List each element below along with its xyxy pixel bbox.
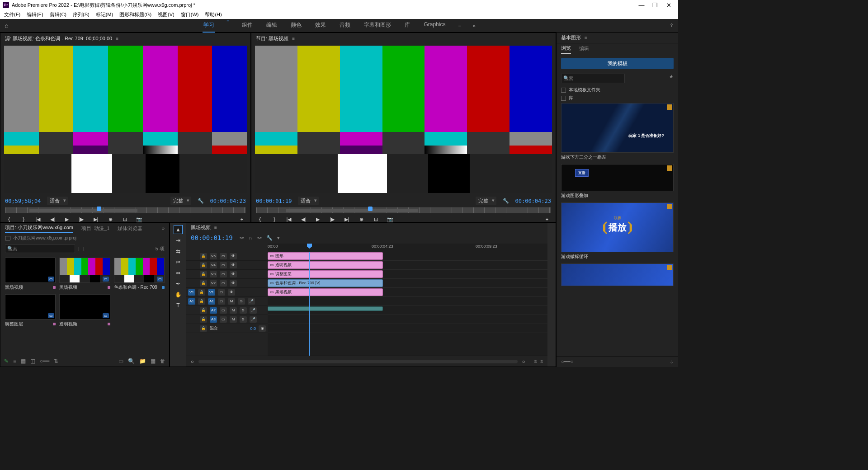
track-id[interactable]: A1 bbox=[208, 298, 215, 305]
solo-toggle[interactable]: S bbox=[238, 298, 245, 305]
eg-filter-checkbox[interactable]: 库 bbox=[561, 95, 674, 101]
workspace-more-icon[interactable]: » bbox=[473, 23, 476, 28]
voice-icon[interactable]: 🎤 bbox=[248, 298, 255, 305]
timeline-clip[interactable] bbox=[268, 306, 383, 311]
eg-subtab[interactable]: 浏览 bbox=[561, 45, 571, 54]
visibility-toggle[interactable]: 👁 bbox=[228, 289, 235, 296]
eg-template-item[interactable]: 直播游戏图形叠加 bbox=[561, 164, 674, 199]
favorite-filter-icon[interactable]: ★ bbox=[669, 74, 674, 83]
sync-toggle[interactable]: ▭ bbox=[220, 253, 227, 259]
hand-tool[interactable]: ✋ bbox=[174, 291, 182, 299]
project-clip[interactable]: ▭黑场视频 bbox=[59, 258, 110, 291]
new-item-icon[interactable]: ✎ bbox=[4, 358, 9, 364]
panel-menu-icon[interactable]: ≡ bbox=[116, 36, 118, 41]
settings-icon[interactable]: 🔧 bbox=[503, 198, 509, 204]
lock-toggle[interactable]: 🔒 bbox=[198, 289, 205, 296]
selection-tool[interactable]: ▲ bbox=[174, 226, 182, 234]
list-view-icon[interactable]: ≡ bbox=[13, 358, 16, 364]
eg-template-item[interactable]: 玩家 1 是否准备好?游戏下方三分之一靠左 bbox=[561, 103, 674, 160]
timeline-clip[interactable]: ▭ 色条和色调 - Rec 709 [V] bbox=[268, 279, 383, 287]
bin-icon[interactable] bbox=[5, 236, 10, 240]
voice-icon[interactable]: 🎤 bbox=[250, 316, 257, 323]
sync-toggle[interactable]: ▭ bbox=[220, 307, 227, 314]
voice-icon[interactable]: 🎤 bbox=[250, 307, 257, 314]
mix-track-header[interactable]: 🔒混合0.0◉ bbox=[186, 324, 268, 333]
program-res-select[interactable]: 完整 bbox=[476, 197, 496, 205]
bin-filter-icon[interactable] bbox=[79, 247, 84, 251]
workspace-tab[interactable]: 库 bbox=[404, 19, 411, 33]
eg-filter-checkbox[interactable]: 本地模板文件夹 bbox=[561, 87, 674, 93]
audio-track-header[interactable]: 🔒A3▭MS🎤 bbox=[186, 315, 268, 324]
panel-menu-icon[interactable]: ≡ bbox=[292, 36, 295, 41]
timeline-zoom-slider[interactable] bbox=[198, 360, 518, 363]
menu-item[interactable]: 标记(M) bbox=[94, 10, 115, 19]
icon-view-icon[interactable]: ▦ bbox=[21, 358, 26, 364]
track-id[interactable]: V3 bbox=[210, 271, 217, 277]
track-id[interactable]: A3 bbox=[210, 316, 217, 323]
link-icon[interactable]: ⫘ bbox=[257, 235, 262, 241]
track-id[interactable]: A2 bbox=[210, 307, 217, 314]
menu-item[interactable]: 序列(S) bbox=[71, 10, 91, 19]
menu-item[interactable]: 剪辑(C) bbox=[48, 10, 68, 19]
zoom-in-icon[interactable]: ○ bbox=[522, 359, 525, 364]
menu-item[interactable]: 图形和标题(G) bbox=[118, 10, 153, 19]
workspace-menu-icon[interactable]: ≡ bbox=[458, 23, 461, 28]
panel-menu-icon[interactable]: ≡ bbox=[214, 225, 217, 230]
minimize-button[interactable]: — bbox=[635, 2, 648, 9]
visibility-toggle[interactable]: 👁 bbox=[230, 253, 237, 259]
more-tabs-icon[interactable]: » bbox=[162, 226, 165, 231]
timeline-clip[interactable]: ▭ 调整图层 bbox=[268, 270, 383, 278]
visibility-toggle[interactable]: 👁 bbox=[230, 280, 237, 287]
install-icon[interactable]: ⇩ bbox=[670, 359, 674, 365]
slip-tool[interactable]: ⇔ bbox=[174, 269, 182, 277]
home-button[interactable]: ⌂ bbox=[5, 22, 8, 29]
project-search-input[interactable] bbox=[5, 244, 75, 253]
track-select-tool[interactable]: ⇥ bbox=[174, 236, 182, 244]
solo-toggle[interactable]: S bbox=[240, 307, 247, 314]
video-track-header[interactable]: 🔒V4▭👁 bbox=[186, 261, 268, 270]
project-tab[interactable]: 项目: 小刀娱乐网www.x6g.com bbox=[5, 224, 73, 233]
audio-track-header[interactable]: A1🔒A1▭MS🎤 bbox=[186, 297, 268, 306]
workspace-tab[interactable]: 音频 bbox=[339, 19, 351, 33]
pen-tool[interactable]: ✒ bbox=[174, 280, 182, 288]
workspace-tab[interactable]: 颜色 bbox=[290, 19, 302, 33]
lock-toggle[interactable]: 🔒 bbox=[200, 280, 207, 287]
lock-toggle[interactable]: 🔒 bbox=[200, 253, 207, 259]
new-bin-icon[interactable]: 📁 bbox=[139, 358, 146, 364]
lock-toggle[interactable]: 🔒 bbox=[200, 316, 207, 323]
menu-item[interactable]: 视图(V) bbox=[156, 10, 176, 19]
settings-icon[interactable]: 🔧 bbox=[198, 198, 204, 204]
snap-icon[interactable]: ⫘ bbox=[239, 235, 244, 241]
solo-toggle[interactable]: S bbox=[240, 316, 247, 323]
program-scrubber[interactable] bbox=[256, 207, 551, 213]
video-track-header[interactable]: V1🔒V1▭👁 bbox=[186, 288, 268, 297]
project-clip[interactable]: ▭调整图层 bbox=[5, 294, 56, 327]
menu-item[interactable]: 窗口(W) bbox=[179, 10, 200, 19]
type-tool[interactable]: T bbox=[174, 301, 182, 310]
lock-toggle[interactable]: 🔒 bbox=[200, 307, 207, 314]
sync-toggle[interactable]: ▭ bbox=[218, 298, 225, 305]
sync-toggle[interactable]: ▭ bbox=[220, 271, 227, 277]
source-res-select[interactable]: 完整 bbox=[170, 197, 191, 205]
project-clip[interactable]: ▭色条和色调 - Rec 709 bbox=[114, 258, 165, 291]
workspace-tab[interactable]: 字幕和图形 bbox=[363, 19, 392, 33]
marker-icon[interactable]: ∩ bbox=[249, 235, 252, 241]
sync-toggle[interactable]: ▭ bbox=[220, 280, 227, 287]
ripple-tool[interactable]: ⇆ bbox=[174, 247, 182, 255]
source-preview[interactable] bbox=[4, 46, 247, 193]
eg-search-input[interactable] bbox=[561, 74, 625, 83]
maximize-button[interactable]: ❐ bbox=[648, 2, 662, 9]
close-button[interactable]: ✕ bbox=[662, 2, 675, 9]
project-tab[interactable]: 媒体浏览器 bbox=[118, 225, 142, 232]
workspace-active-menu-icon[interactable]: ≡ bbox=[227, 19, 230, 33]
mute-toggle[interactable]: M bbox=[228, 298, 235, 305]
workspace-tab[interactable]: Graphics bbox=[423, 19, 446, 33]
track-id[interactable]: V4 bbox=[210, 262, 217, 268]
menu-item[interactable]: 帮助(H) bbox=[203, 10, 223, 19]
video-track-header[interactable]: 🔒V5▭👁 bbox=[186, 252, 268, 261]
workspace-tab[interactable]: 学习 bbox=[203, 19, 215, 33]
track-id[interactable]: V5 bbox=[210, 253, 217, 259]
workspace-tab[interactable]: 编辑 bbox=[265, 19, 278, 33]
sync-toggle[interactable]: ▭ bbox=[220, 262, 227, 268]
freeform-view-icon[interactable]: ◫ bbox=[30, 358, 35, 364]
